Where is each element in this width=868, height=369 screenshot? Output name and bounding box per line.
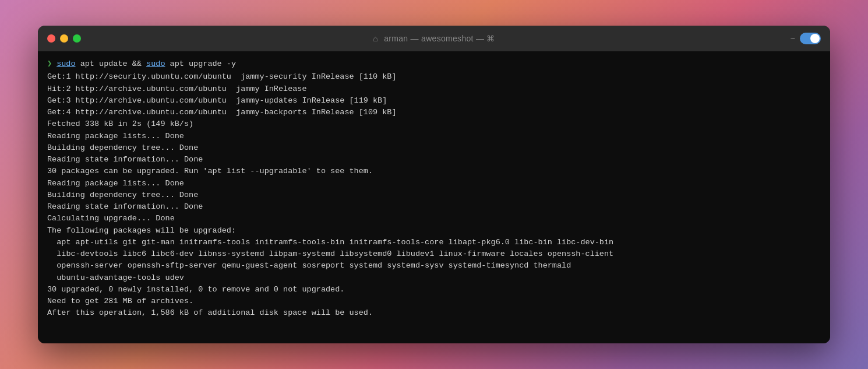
terminal-body[interactable]: ❯ sudo apt update && sudo apt upgrade -y… <box>38 51 830 343</box>
output-line: Reading state information... Done <box>47 154 821 166</box>
output-line: Fetched 338 kB in 2s (149 kB/s) <box>47 118 821 130</box>
output-line: Building dependency tree... Done <box>47 189 821 201</box>
output-line: Get:3 http://archive.ubuntu.com/ubuntu j… <box>47 95 821 107</box>
output-line: Hit:2 http://archive.ubuntu.com/ubuntu j… <box>47 83 821 95</box>
output-line: 30 upgraded, 0 newly installed, 0 to rem… <box>47 284 821 296</box>
traffic-lights <box>47 34 81 43</box>
home-icon: ⌂ <box>373 34 378 43</box>
maximize-button[interactable] <box>73 34 81 43</box>
window-title: ⌂ arman — awesomeshot — ⌘ <box>373 34 495 43</box>
output-line: Get:4 http://archive.ubuntu.com/ubuntu j… <box>47 107 821 118</box>
output-line: Reading package lists... Done <box>47 178 821 189</box>
output-line: Reading package lists... Done <box>47 131 821 142</box>
terminal-window: ⌂ arman — awesomeshot — ⌘ ~ ❯ sudo apt u… <box>38 26 830 343</box>
minimize-button[interactable] <box>60 34 68 43</box>
output-line: Get:1 http://security.ubuntu.com/ubuntu … <box>47 71 821 83</box>
tilde-label: ~ <box>791 34 795 43</box>
output-line: libc-devtools libc6 libc6-dev libnss-sys… <box>47 248 821 260</box>
cmd-apt-upgrade: apt upgrade -y <box>165 58 236 70</box>
cmd-apt-update: apt update && <box>76 58 147 70</box>
output-line: openssh-server openssh-sftp-server qemu-… <box>47 260 821 272</box>
toggle-knob <box>810 34 820 43</box>
close-button[interactable] <box>47 34 55 43</box>
prompt-line: ❯ sudo apt update && sudo apt upgrade -y <box>47 58 821 70</box>
output-line: apt apt-utils git git-man initramfs-tool… <box>47 237 821 248</box>
output-line: Need to get 281 MB of archives. <box>47 296 821 307</box>
output-line: After this operation, 1,586 kB of additi… <box>47 307 821 319</box>
toggle-switch[interactable] <box>800 33 821 44</box>
terminal-output: Get:1 http://security.ubuntu.com/ubuntu … <box>47 71 821 319</box>
output-line: ubuntu-advantage-tools udev <box>47 272 821 284</box>
title-right-controls: ~ <box>791 33 821 44</box>
cmd-sudo-1: sudo <box>57 58 75 70</box>
cmd-sudo-2: sudo <box>146 58 165 70</box>
title-bar: ⌂ arman — awesomeshot — ⌘ ~ <box>38 26 830 51</box>
output-line: Building dependency tree... Done <box>47 142 821 154</box>
output-line: 30 packages can be upgraded. Run 'apt li… <box>47 166 821 177</box>
output-line: The following packages will be upgraded: <box>47 225 821 237</box>
output-line: Reading state information... Done <box>47 201 821 213</box>
output-line: Calculating upgrade... Done <box>47 213 821 224</box>
prompt-arrow: ❯ <box>47 58 52 70</box>
